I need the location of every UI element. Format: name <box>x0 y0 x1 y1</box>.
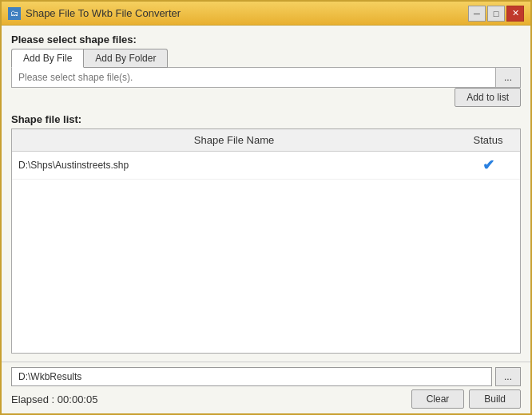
window-title: Shape File To Wkb File Converter <box>26 7 181 19</box>
column-header-name: Shape File Name <box>12 132 456 148</box>
column-header-status: Status <box>456 132 520 148</box>
status-row: Elapsed : 00:00:05 Clear Build <box>11 389 521 409</box>
tab-add-by-file[interactable]: Add By File <box>11 49 84 68</box>
output-browse-button[interactable]: ... <box>495 367 521 386</box>
file-input-row: ... <box>11 67 521 88</box>
build-button[interactable]: Build <box>469 389 521 409</box>
file-list-table: Shape File Name Status D:\Shps\Austinstr… <box>11 128 521 354</box>
file-name-cell: D:\Shps\Austinstreets.shp <box>12 157 456 173</box>
title-controls: ─ □ ✕ <box>468 6 524 22</box>
file-path-input[interactable] <box>12 68 492 87</box>
select-files-section: Please select shape files: Add By File A… <box>11 34 521 107</box>
minimize-button[interactable]: ─ <box>468 6 486 22</box>
table-row: D:\Shps\Austinstreets.shp ✔ <box>12 152 520 180</box>
elapsed-time: 00:00:05 <box>58 393 98 405</box>
action-buttons: Clear Build <box>411 389 521 409</box>
clear-button[interactable]: Clear <box>411 389 465 409</box>
table-header: Shape File Name Status <box>12 129 520 152</box>
main-content: Please select shape files: Add By File A… <box>2 26 530 362</box>
title-bar-left: 🗂 Shape File To Wkb File Converter <box>8 7 181 20</box>
shape-file-list-label: Shape file list: <box>11 113 521 125</box>
close-button[interactable]: ✕ <box>506 6 524 22</box>
app-icon: 🗂 <box>8 7 21 20</box>
file-list-section: Shape file list: Shape File Name Status … <box>11 113 521 354</box>
output-row: ... <box>11 367 521 386</box>
add-to-list-button[interactable]: Add to list <box>455 88 521 107</box>
check-icon: ✔ <box>482 157 494 173</box>
add-to-list-row: Add to list <box>11 88 521 107</box>
table-body: D:\Shps\Austinstreets.shp ✔ <box>12 152 520 353</box>
tab-add-by-folder[interactable]: Add By Folder <box>84 49 168 68</box>
main-window: 🗂 Shape File To Wkb File Converter ─ □ ✕… <box>0 0 532 415</box>
title-bar: 🗂 Shape File To Wkb File Converter ─ □ ✕ <box>2 2 530 26</box>
output-path-input[interactable] <box>11 367 492 386</box>
maximize-button[interactable]: □ <box>487 6 505 22</box>
browse-button[interactable]: ... <box>495 68 520 87</box>
elapsed-display: Elapsed : 00:00:05 <box>11 393 97 405</box>
bottom-bar: ... Elapsed : 00:00:05 Clear Build <box>2 362 530 413</box>
select-files-label: Please select shape files: <box>11 34 521 45</box>
status-cell: ✔ <box>456 154 520 176</box>
tabs-container: Add By File Add By Folder <box>11 49 521 68</box>
elapsed-label: Elapsed : <box>11 393 58 405</box>
